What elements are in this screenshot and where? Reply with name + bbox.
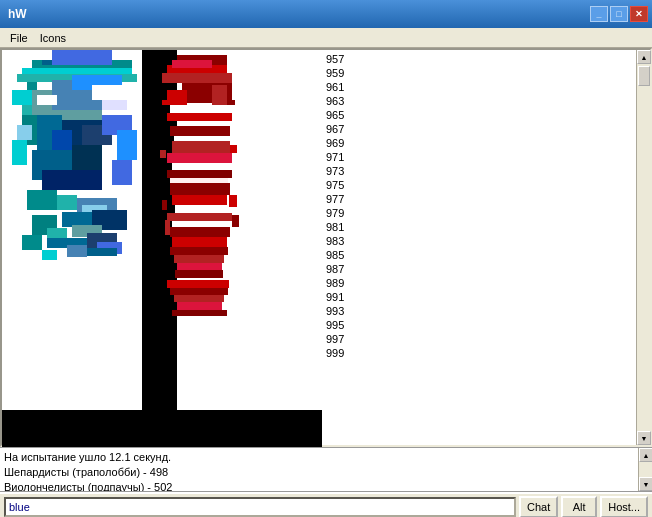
number-item: 961 (326, 80, 646, 94)
number-item: 979 (326, 206, 646, 220)
menu-icons[interactable]: Icons (34, 31, 72, 45)
number-item: 957 (326, 52, 646, 66)
number-item: 977 (326, 192, 646, 206)
number-item: 959 (326, 66, 646, 80)
number-item: 985 (326, 248, 646, 262)
log-scroll-up[interactable]: ▲ (639, 448, 652, 462)
window-title: hW (8, 7, 27, 21)
number-item: 995 (326, 318, 646, 332)
close-button[interactable]: ✕ (630, 6, 648, 22)
host-button[interactable]: Host... (600, 496, 648, 517)
number-item: 999 (326, 346, 646, 360)
number-item: 963 (326, 94, 646, 108)
log-lines: На испытание ушло 12.1 секунд.Шепардисты… (4, 450, 648, 492)
scroll-thumb[interactable] (638, 66, 650, 86)
number-item: 965 (326, 108, 646, 122)
numbers-column: 9579599619639659679699719739759779799819… (322, 50, 650, 445)
log-line: На испытание ушло 12.1 секунд. (4, 450, 648, 465)
chat-button[interactable]: Chat (519, 496, 558, 517)
number-item: 993 (326, 304, 646, 318)
log-scrollbar[interactable]: ▲ ▼ (638, 448, 652, 491)
number-item: 969 (326, 136, 646, 150)
number-item: 967 (326, 122, 646, 136)
log-scroll-track[interactable] (639, 462, 652, 477)
number-item: 989 (326, 276, 646, 290)
menu-file[interactable]: File (4, 31, 34, 45)
right-panel: 9579599619639659679699719739759779799819… (322, 50, 650, 445)
chat-input[interactable] (4, 497, 516, 517)
log-line: Виолончелисты (подпаучы) - 502 (4, 480, 648, 492)
log-scroll-down[interactable]: ▼ (639, 477, 652, 491)
number-item: 987 (326, 262, 646, 276)
alt-button[interactable]: Alt (561, 496, 597, 517)
number-item: 973 (326, 164, 646, 178)
number-item: 991 (326, 290, 646, 304)
scroll-track[interactable] (637, 64, 650, 431)
number-item: 997 (326, 332, 646, 346)
input-bar: Chat Alt Host... (0, 492, 652, 517)
number-item: 971 (326, 150, 646, 164)
title-bar: hW _ □ ✕ (0, 0, 652, 28)
number-item: 981 (326, 220, 646, 234)
window-controls: _ □ ✕ (590, 6, 648, 22)
menu-bar: File Icons (0, 28, 652, 48)
pixel-canvas (2, 50, 322, 449)
main-area: 9579599619639659679699719739759779799819… (0, 48, 652, 447)
log-line: Шепардисты (траполобби) - 498 (4, 465, 648, 480)
minimize-button[interactable]: _ (590, 6, 608, 22)
number-item: 975 (326, 178, 646, 192)
maximize-button[interactable]: □ (610, 6, 628, 22)
vertical-scrollbar[interactable]: ▲ ▼ (636, 50, 650, 445)
log-area: На испытание ушло 12.1 секунд.Шепардисты… (0, 447, 652, 492)
scroll-down-arrow[interactable]: ▼ (637, 431, 651, 445)
scroll-up-arrow[interactable]: ▲ (637, 50, 651, 64)
number-item: 983 (326, 234, 646, 248)
